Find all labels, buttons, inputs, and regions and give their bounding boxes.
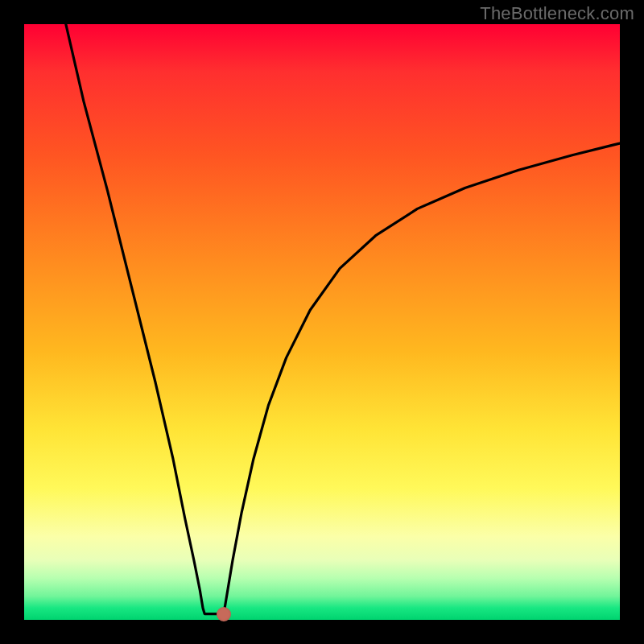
bottleneck-curve xyxy=(24,24,620,620)
chart-frame: TheBottleneck.com xyxy=(0,0,644,644)
watermark-text: TheBottleneck.com xyxy=(480,3,634,24)
optimal-point-marker xyxy=(217,607,231,621)
plot-area xyxy=(24,24,620,620)
